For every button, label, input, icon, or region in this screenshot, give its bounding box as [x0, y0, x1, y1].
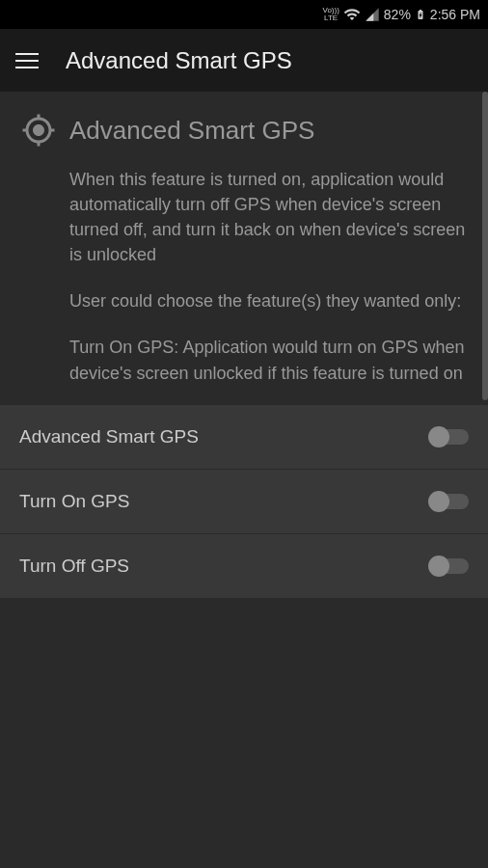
setting-advanced-smart-gps[interactable]: Advanced Smart GPS	[0, 405, 488, 470]
setting-label: Turn Off GPS	[19, 556, 129, 577]
settings-list: Advanced Smart GPS Turn On GPS Turn Off …	[0, 405, 488, 598]
volte-indicator: Vo))) LTE	[322, 7, 339, 22]
location-icon	[21, 113, 56, 148]
section-header: Advanced Smart GPS	[21, 113, 467, 148]
app-bar: Advanced Smart GPS	[0, 29, 488, 92]
scrollbar[interactable]	[482, 92, 488, 400]
status-bar: Vo))) LTE 82% 2:56 PM	[0, 0, 488, 29]
wifi-icon	[343, 6, 361, 23]
toggle-advanced-smart-gps[interactable]	[430, 429, 469, 445]
content-area: Advanced Smart GPS When this feature is …	[0, 92, 488, 386]
battery-icon	[415, 6, 426, 23]
toggle-turn-on-gps[interactable]	[430, 494, 469, 509]
menu-button[interactable]	[15, 53, 39, 68]
toggle-turn-off-gps[interactable]	[430, 558, 469, 574]
setting-turn-off-gps[interactable]: Turn Off GPS	[0, 534, 488, 598]
app-title: Advanced Smart GPS	[66, 47, 292, 74]
setting-turn-on-gps[interactable]: Turn On GPS	[0, 470, 488, 534]
battery-percent: 82%	[384, 7, 411, 22]
setting-label: Turn On GPS	[19, 491, 129, 512]
signal-icon	[365, 7, 380, 22]
description-paragraph: User could choose the feature(s) they wa…	[69, 288, 467, 313]
setting-label: Advanced Smart GPS	[19, 426, 199, 448]
clock-time: 2:56 PM	[430, 7, 480, 22]
description-text: When this feature is turned on, applicat…	[21, 167, 467, 386]
description-paragraph: Turn On GPS: Application would turn on G…	[69, 335, 467, 385]
description-paragraph: When this feature is turned on, applicat…	[69, 167, 467, 267]
section-title: Advanced Smart GPS	[69, 116, 314, 146]
